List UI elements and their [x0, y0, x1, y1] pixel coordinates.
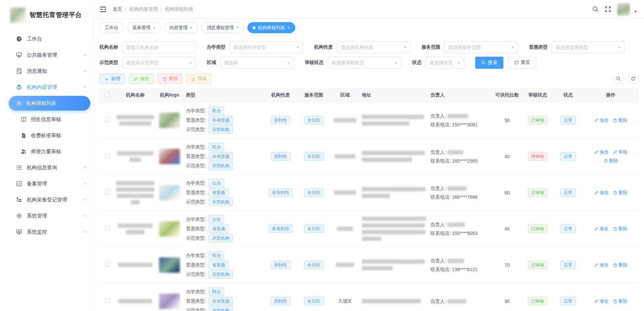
- op-0-link[interactable]: 修改: [594, 226, 609, 232]
- sidebar-subitem-3-3[interactable]: 师资力量审核: [0, 143, 94, 160]
- filter-control[interactable]: ▼: [328, 57, 401, 69]
- filter-control[interactable]: ∨: [220, 57, 294, 69]
- row-checkbox[interactable]: [105, 190, 110, 194]
- toggle-search-icon[interactable]: [613, 73, 624, 84]
- demo-type-tag: 示范机构: [209, 234, 233, 242]
- status-badge: 正常: [560, 116, 576, 124]
- op-0-link[interactable]: 修改: [594, 190, 609, 196]
- sidebar-item-5[interactable]: 备案管理: [0, 176, 94, 192]
- export-button[interactable]: 导出: [187, 74, 211, 84]
- caret-down-icon[interactable]: ▼: [634, 10, 637, 13]
- close-icon[interactable]: ×: [287, 25, 290, 30]
- filter-select-4[interactable]: [555, 45, 616, 50]
- sidebar-item-3[interactable]: 机构内容管理: [0, 79, 94, 95]
- op-1-link[interactable]: 删除: [613, 226, 628, 232]
- app-root: 智慧托育管理平台 工作台 公共服务管理 消息通知 机构内容管理 机构审核列表 招…: [0, 0, 644, 311]
- breadcrumb-item-0[interactable]: 首页: [113, 6, 122, 12]
- sidebar-subitem-3-0[interactable]: 机构审核列表: [9, 96, 90, 111]
- edit-button[interactable]: 修改: [129, 74, 154, 84]
- tab-2[interactable]: 内容管理 ×: [164, 22, 198, 33]
- tab-1[interactable]: 菜单管理 ×: [127, 22, 161, 33]
- op-1-link[interactable]: 删除: [613, 190, 628, 196]
- op-1-link[interactable]: 审核: [613, 149, 628, 155]
- tab-3[interactable]: 消息通知管理 ×: [201, 22, 244, 33]
- op-1-link[interactable]: 删除: [613, 262, 628, 268]
- org-logo-image: [159, 294, 180, 309]
- row-checkbox[interactable]: [105, 153, 110, 158]
- chevron-down-icon: [83, 53, 88, 57]
- op-1-link[interactable]: 删除: [613, 298, 628, 304]
- filter-select-2[interactable]: [341, 45, 402, 50]
- filter-control[interactable]: ▼: [552, 41, 625, 53]
- close-icon[interactable]: ×: [190, 25, 193, 30]
- op-2-link[interactable]: 删除: [604, 158, 618, 164]
- tab-4[interactable]: 机构审核列表 ×: [247, 22, 295, 33]
- sidebar-item-1[interactable]: 公共服务管理: [0, 47, 94, 63]
- sidebar-item-label: 系统管理: [27, 213, 83, 219]
- filter-control[interactable]: ▼: [444, 41, 518, 53]
- delete-button[interactable]: 删除: [158, 74, 183, 84]
- breadcrumb-item-2[interactable]: 机构审核列表: [165, 6, 193, 12]
- sidebar-item-8[interactable]: 系统监控: [0, 224, 94, 240]
- row-checkbox[interactable]: [105, 262, 110, 267]
- select-all-checkbox[interactable]: [105, 92, 110, 97]
- search-icon[interactable]: [592, 6, 599, 12]
- refresh-icon[interactable]: [628, 73, 639, 84]
- op-1-link[interactable]: 删除: [613, 117, 628, 123]
- filter-control[interactable]: ▼: [230, 41, 303, 53]
- op-0-link[interactable]: 修改: [594, 117, 609, 123]
- sidebar-menu: 工作台 公共服务管理 消息通知 机构内容管理 机构审核列表 招生信息审核 收费标…: [0, 29, 94, 240]
- delete-icon: [613, 118, 617, 122]
- filter-label: 办学类型: [207, 44, 226, 50]
- audit-status-badge: 已审核: [528, 116, 548, 124]
- monitor-chart-icon: [16, 229, 22, 235]
- org-name-cell: [115, 263, 155, 267]
- delete-icon: [613, 191, 617, 195]
- type-cell: 办学类型:民办 普惠类型:非省普惠 示范类型:示范机构: [184, 142, 264, 171]
- filter-select-3[interactable]: [448, 45, 509, 50]
- user-avatar[interactable]: [617, 3, 630, 16]
- reset-button[interactable]: 重置: [508, 57, 536, 69]
- breadcrumb: 首页/ 机构内容管理/ 机构审核列表: [113, 6, 193, 12]
- region-cell: [330, 263, 360, 267]
- filter-select-8[interactable]: [429, 60, 455, 65]
- op-0-link[interactable]: 修改: [594, 262, 609, 268]
- fullscreen-icon[interactable]: [605, 6, 611, 12]
- filter-select-1[interactable]: [233, 45, 294, 50]
- search-button[interactable]: 搜索: [475, 57, 503, 69]
- org-name-redacted: [118, 224, 153, 228]
- school-type-tag: 公办: [209, 215, 224, 224]
- sidebar-item-6[interactable]: 机构采集登记管理: [0, 192, 94, 208]
- row-checkbox[interactable]: [105, 298, 110, 303]
- filter-control[interactable]: [122, 41, 196, 53]
- sidebar-item-0[interactable]: 工作台: [0, 31, 94, 47]
- row-checkbox[interactable]: [105, 117, 110, 122]
- school-type-label: 办学类型:: [186, 216, 206, 223]
- sidebar-subitem-3-1[interactable]: 招生信息审核: [0, 111, 94, 127]
- row-checkbox[interactable]: [105, 226, 110, 231]
- region-cell: [330, 118, 360, 122]
- close-icon[interactable]: ×: [236, 25, 239, 30]
- filter-select-7[interactable]: [331, 60, 392, 65]
- filter-control[interactable]: ▼: [122, 57, 196, 69]
- filter-select-6[interactable]: [224, 60, 285, 65]
- op-0-link[interactable]: 修改: [594, 298, 609, 304]
- add-button[interactable]: ＋ 新增: [99, 74, 125, 84]
- sidebar-item-4[interactable]: 机构信息查询: [0, 160, 94, 176]
- benefit-type-tag: 非省普惠: [209, 152, 233, 161]
- close-icon[interactable]: ×: [153, 25, 156, 30]
- filter-control[interactable]: ▼: [337, 41, 411, 53]
- op-0-link[interactable]: 修改: [594, 149, 609, 155]
- manager-label: 负责人:: [431, 113, 446, 119]
- filter-control[interactable]: ▼: [426, 57, 464, 69]
- sidebar-subitem-3-2[interactable]: 收费标准审核: [0, 127, 94, 143]
- sidebar-item-2[interactable]: 消息通知: [0, 63, 94, 79]
- filter-input-0[interactable]: [126, 45, 192, 50]
- filter-field-2: 机构性质 ▼: [314, 41, 411, 53]
- filter-select-5[interactable]: [126, 60, 187, 65]
- breadcrumb-item-1[interactable]: 机构内容管理: [130, 6, 158, 12]
- tab-0[interactable]: 工作台: [99, 22, 124, 33]
- nature-tag: 营利性: [271, 261, 291, 269]
- sidebar-item-7[interactable]: 系统管理: [0, 208, 94, 224]
- sidebar-toggle-icon[interactable]: [99, 6, 107, 13]
